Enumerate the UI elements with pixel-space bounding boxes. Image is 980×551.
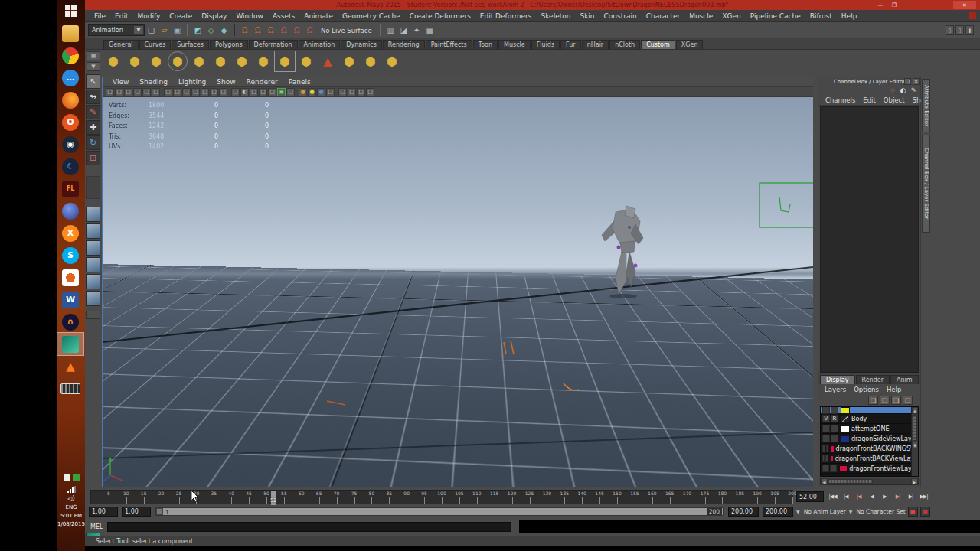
menu-file[interactable]: File: [90, 12, 110, 20]
start-button[interactable]: [57, 0, 83, 22]
layer-row[interactable]: VRBody: [821, 414, 918, 424]
night-mode-app[interactable]: ☾: [57, 155, 83, 178]
viewport-scene[interactable]: Verts:180000Edges:354400Faces:124200Tris…: [103, 97, 813, 487]
camera-attributes-icon[interactable]: ▢: [124, 88, 132, 96]
fl-studio[interactable]: FL: [57, 178, 83, 200]
menu-assets[interactable]: Assets: [268, 12, 299, 20]
layer-row[interactable]: dragonFrontViewLayer: [821, 464, 918, 474]
wireframe-icon[interactable]: ▢: [231, 88, 240, 96]
motion-blur-icon[interactable]: ▢: [348, 88, 356, 96]
snap-view-icon[interactable]: Ω: [278, 24, 289, 36]
manipulator-axis-icon[interactable]: ⊹: [888, 86, 897, 95]
playback-end-field[interactable]: 200.00: [728, 507, 759, 517]
layer-name[interactable]: dragonSideViewLayer: [851, 435, 918, 442]
windows-tray-icon[interactable]: [64, 474, 70, 481]
shelf-tab-curves[interactable]: Curves: [139, 40, 172, 49]
move-layer-down-icon[interactable]: ❏: [880, 396, 890, 405]
auto-keyframe-icon[interactable]: ●: [908, 507, 918, 517]
tray-date[interactable]: 1/08/2015: [57, 521, 85, 527]
xray-joints-icon[interactable]: ▢: [286, 88, 295, 96]
dock-tab-channel-box-layer-editor[interactable]: Channel Box / Layer Editor: [922, 135, 930, 233]
move-layer-up-icon[interactable]: ❏: [868, 396, 878, 405]
command-line-language-button[interactable]: MEL: [90, 523, 107, 530]
step-back-key-button[interactable]: |◀: [853, 491, 864, 503]
layer-menu-layers[interactable]: Layers: [821, 386, 850, 393]
layer-editor-tab-anim[interactable]: Anim: [890, 375, 919, 384]
shelf-menu-icon[interactable]: ▦: [87, 51, 100, 60]
scroll-down-icon[interactable]: ▼: [912, 442, 918, 448]
select-hierarchy-icon[interactable]: ◩: [192, 24, 204, 36]
tray-time[interactable]: 5:01 PM: [57, 513, 85, 519]
undock-icon[interactable]: ❐: [904, 78, 911, 85]
shelf-tab-muscle[interactable]: Muscle: [498, 40, 531, 49]
open-scene-icon[interactable]: ▱: [158, 24, 170, 36]
step-back-frame-button[interactable]: |◀: [840, 491, 851, 503]
channel-list-area[interactable]: [820, 106, 919, 373]
textured-icon[interactable]: ▢: [250, 88, 258, 96]
snap-point-icon[interactable]: Ω: [265, 24, 276, 36]
shelf-tab-ncloth[interactable]: nCloth: [609, 40, 640, 49]
dock-tab-attribute-editor[interactable]: Attribute Editor: [922, 79, 930, 132]
panel-menu-view[interactable]: View: [107, 78, 134, 86]
shelf-tab-surfaces[interactable]: Surfaces: [172, 40, 209, 49]
layer-color-swatch[interactable]: [841, 416, 850, 422]
scroll-right-icon[interactable]: ▶: [911, 478, 918, 485]
bookmarks-icon[interactable]: ▢: [133, 88, 142, 96]
file-explorer[interactable]: [57, 22, 83, 44]
layer-menu-options[interactable]: Options: [850, 386, 883, 393]
menu-help[interactable]: Help: [837, 12, 862, 20]
shelf-tab-nhair[interactable]: nHair: [582, 40, 609, 49]
step-forward-frame-button[interactable]: ▶|: [905, 491, 916, 503]
range-handle-left[interactable]: [156, 508, 163, 515]
current-frame-field[interactable]: 52.00: [796, 491, 824, 502]
chevron-down-icon[interactable]: ▼: [796, 509, 800, 514]
isolate-select-icon[interactable]: ▢: [326, 88, 335, 96]
layer-row[interactable]: dragonSideViewLayer: [821, 434, 918, 444]
layer-row[interactable]: dragonFrontBACKWINGSWi: [821, 444, 918, 454]
layer-color-swatch[interactable]: [841, 425, 850, 432]
channel-box-toggle[interactable]: ▮: [965, 25, 974, 35]
shelf-icon-8[interactable]: ⬢: [253, 51, 273, 71]
range-handle-right[interactable]: 200: [707, 508, 722, 515]
safe-action-icon[interactable]: ▢: [210, 88, 218, 96]
menu-create-deformers[interactable]: Create Deformers: [405, 12, 475, 20]
playback-start-field[interactable]: 1.00: [122, 507, 151, 517]
shelf-tab-deformation[interactable]: Deformation: [249, 40, 298, 49]
origin[interactable]: O: [57, 111, 83, 133]
menu-xgen[interactable]: XGen: [717, 12, 745, 20]
lock-camera-icon[interactable]: ▢: [115, 88, 123, 96]
shelf-icon-12[interactable]: ⬢: [339, 51, 359, 71]
go-to-start-button[interactable]: |◀◀: [827, 491, 838, 503]
play-forwards-button[interactable]: ▶: [879, 491, 890, 503]
use-all-lights-icon[interactable]: ▢: [259, 88, 267, 96]
scroll-thumb[interactable]: [828, 479, 873, 484]
shelf-icon-1[interactable]: ⬢: [103, 51, 123, 71]
animation-end-field[interactable]: 200.00: [763, 507, 793, 517]
shelf-tab-rendering[interactable]: Rendering: [383, 40, 425, 49]
character-set-dropdown[interactable]: No Character Set: [856, 508, 905, 515]
shaded-icon[interactable]: ◐: [240, 88, 249, 96]
menu-pipeline-cache[interactable]: Pipeline Cache: [746, 12, 805, 20]
lighting-sun-icon[interactable]: ●: [308, 88, 316, 96]
paint-select-tool[interactable]: ✎: [86, 105, 100, 119]
menu-character[interactable]: Character: [642, 12, 684, 20]
shelf-tab-general[interactable]: General: [103, 40, 139, 49]
scroll-left-icon[interactable]: ◀: [821, 478, 828, 485]
messaging-app[interactable]: …: [57, 67, 83, 89]
layer-menu-help[interactable]: Help: [883, 386, 905, 393]
default-material-icon[interactable]: ●: [299, 88, 307, 96]
menu-window[interactable]: Window: [231, 12, 268, 20]
safe-title-icon[interactable]: ▢: [219, 88, 227, 96]
xray-icon[interactable]: ▣: [277, 88, 286, 96]
scroll-thumb[interactable]: [913, 415, 917, 441]
layer-color-swatch[interactable]: [841, 435, 850, 442]
play-backwards-button[interactable]: ◀: [866, 491, 877, 503]
animation-preferences-icon[interactable]: ▦: [920, 507, 930, 517]
shelf-icon-5[interactable]: ⬢: [189, 51, 209, 71]
touch-keyboard[interactable]: [57, 377, 83, 399]
panel-menu-renderer[interactable]: Renderer: [241, 78, 283, 86]
speed-state-icon[interactable]: ◐: [899, 86, 907, 95]
select-component-icon[interactable]: ◆: [218, 24, 230, 36]
scroll-up-icon[interactable]: ▲: [912, 407, 918, 414]
scale-tool[interactable]: ⊞: [86, 151, 100, 165]
